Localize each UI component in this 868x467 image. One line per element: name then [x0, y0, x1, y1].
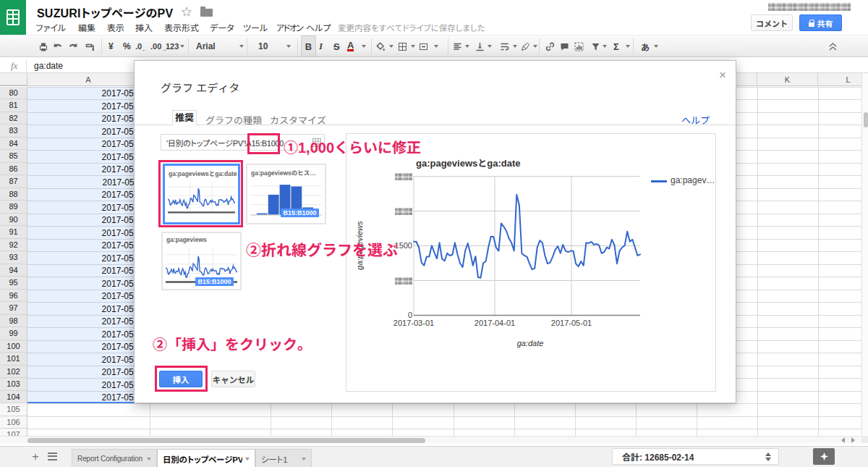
add-sheet-button[interactable]: + — [27, 447, 43, 466]
cell-A88[interactable]: 2017-05-12 — [27, 190, 146, 200]
select-all-corner[interactable] — [0, 73, 27, 85]
menu-9[interactable]: ヘルプ — [306, 21, 331, 33]
column-header-L[interactable]: L — [818, 73, 868, 85]
dropdown-caret-icon[interactable] — [239, 45, 244, 48]
tab-chart-types[interactable]: グラフの種類 — [205, 113, 262, 127]
undo-icon[interactable] — [52, 35, 63, 57]
dropdown-caret-icon[interactable] — [533, 45, 537, 48]
comment-button[interactable]: コメント — [751, 14, 793, 31]
text-wrap-icon[interactable] — [499, 35, 510, 57]
cell-A89[interactable]: 2017-05-13 — [27, 203, 146, 213]
cell-A82[interactable]: 2017-05-06 — [27, 114, 146, 124]
row-header-101[interactable]: 101 — [0, 353, 27, 366]
input-method-icon[interactable]: あ — [641, 35, 650, 57]
cell-A93[interactable]: 2017-05-17 — [27, 253, 146, 264]
cancel-button[interactable]: キャンセル — [211, 371, 255, 387]
row-header-84[interactable]: 84 — [0, 138, 27, 151]
bold-button[interactable]: B — [301, 35, 316, 57]
sum-summary-box[interactable]: 合計: 12685-02-14 — [612, 448, 779, 465]
menu-2[interactable]: 編集 — [78, 21, 95, 33]
column-header-A[interactable]: A — [27, 73, 150, 85]
sheet-tab-1[interactable]: Report Configuration — [72, 449, 157, 467]
row-header-103[interactable]: 103 — [0, 378, 27, 391]
menu-4[interactable]: 挿入 — [135, 21, 153, 33]
dropdown-caret-icon[interactable] — [434, 45, 438, 48]
explore-button[interactable] — [813, 448, 835, 465]
row-header-87[interactable]: 87 — [0, 175, 27, 188]
cell-A92[interactable]: 2017-05-16 — [27, 240, 146, 251]
cell-A100[interactable]: 2017-05-24 — [27, 342, 146, 352]
dropdown-caret-icon[interactable] — [513, 45, 517, 48]
sheets-logo-icon[interactable] — [0, 0, 26, 35]
dropdown-caret-icon[interactable] — [654, 45, 658, 48]
percent-format-button[interactable]: % — [123, 35, 131, 57]
text-rotation-icon[interactable] — [520, 35, 531, 57]
row-header-94[interactable]: 94 — [0, 264, 27, 277]
formula-input[interactable]: ga:date — [34, 61, 63, 71]
font-size-select[interactable]: 10 — [258, 35, 268, 57]
font-family-select[interactable]: Arial — [196, 35, 237, 57]
dropdown-caret-icon[interactable] — [286, 45, 291, 48]
row-header-86[interactable]: 86 — [0, 163, 27, 176]
printer-icon[interactable] — [38, 35, 48, 57]
cell-A86[interactable]: 2017-05-10 — [27, 164, 146, 174]
row-header-102[interactable]: 102 — [0, 366, 27, 379]
row-header-82[interactable]: 82 — [0, 112, 27, 125]
cell-A83[interactable]: 2017-05-07 — [27, 127, 146, 137]
row-header-90[interactable]: 90 — [0, 214, 27, 227]
dropdown-caret-icon[interactable] — [389, 45, 393, 48]
cell-A104[interactable]: 2017-05-28 — [27, 392, 146, 403]
row-header-95[interactable]: 95 — [0, 277, 27, 290]
column-header-K[interactable]: K — [757, 73, 818, 85]
help-link[interactable]: ヘルプ — [681, 113, 710, 127]
horizontal-align-icon[interactable] — [452, 35, 463, 57]
row-header-93[interactable]: 93 — [0, 251, 27, 264]
menu-7[interactable]: ツール — [243, 21, 268, 33]
cell-A97[interactable]: 2017-05-21 — [27, 304, 146, 314]
document-title[interactable]: SUZURIトップページのPV — [37, 4, 173, 21]
row-header-83[interactable]: 83 — [0, 125, 27, 138]
fill-color-icon[interactable] — [375, 35, 386, 57]
row-header-98[interactable]: 98 — [0, 315, 27, 328]
dropdown-caret-icon[interactable] — [180, 45, 184, 48]
row-header-106[interactable]: 106 — [0, 416, 27, 429]
cell-A90[interactable]: 2017-05-14 — [27, 215, 146, 225]
row-header-89[interactable]: 89 — [0, 201, 27, 214]
tab-caret-icon[interactable] — [302, 458, 306, 460]
filter-icon[interactable] — [590, 35, 601, 57]
tab-caret-icon[interactable] — [147, 458, 151, 460]
row-header-105[interactable]: 105 — [0, 403, 27, 416]
close-icon[interactable]: × — [719, 69, 726, 81]
insert-chart-icon[interactable] — [574, 35, 584, 57]
row-header-81[interactable]: 81 — [0, 99, 27, 112]
insert-button[interactable]: 挿入 — [159, 371, 203, 387]
tab-customize[interactable]: カスタマイズ — [270, 113, 326, 127]
sheet-tab-3[interactable]: シート1 — [255, 449, 312, 467]
cell-A95[interactable]: 2017-05-19 — [27, 279, 146, 289]
cell-A94[interactable]: 2017-05-18 — [27, 266, 146, 276]
all-sheets-menu-icon[interactable] — [48, 453, 57, 460]
row-header-91[interactable]: 91 — [0, 226, 27, 239]
vertical-scrollbar[interactable] — [861, 73, 868, 437]
dropdown-caret-icon[interactable] — [362, 45, 366, 48]
vertical-scrollbar-thumb[interactable] — [864, 112, 868, 127]
italic-button[interactable]: I — [319, 35, 323, 57]
row-header-97[interactable]: 97 — [0, 302, 27, 315]
cell-A84[interactable]: 2017-05-08 — [27, 139, 146, 149]
row-header-80[interactable]: 80 — [0, 87, 27, 100]
redo-icon[interactable] — [68, 35, 79, 57]
dropdown-caret-icon[interactable] — [626, 45, 630, 48]
row-header-88[interactable]: 88 — [0, 188, 27, 201]
cell-A96[interactable]: 2017-05-20 — [27, 291, 146, 301]
horizontal-scrollbar[interactable] — [0, 436, 861, 443]
sheet-tab-2[interactable]: 日別のトップページPV — [157, 449, 255, 467]
strikethrough-button[interactable]: S — [333, 35, 340, 57]
cell-A101[interactable]: 2017-05-25 — [27, 355, 146, 365]
menu-6[interactable]: データ — [210, 21, 234, 33]
dropdown-caret-icon[interactable] — [411, 45, 415, 48]
cell-A87[interactable]: 2017-05-11 — [27, 177, 146, 188]
menu-5[interactable]: 表示形式 — [164, 21, 199, 33]
functions-icon[interactable]: Σ — [613, 35, 619, 57]
menu-3[interactable]: 表示 — [107, 21, 124, 33]
cell-A102[interactable]: 2017-05-26 — [27, 367, 146, 377]
